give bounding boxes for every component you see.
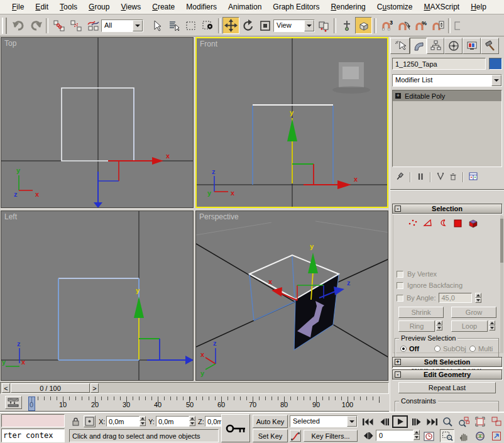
toolbar-grip[interactable] bbox=[2, 18, 7, 34]
by-angle-checkbox[interactable] bbox=[397, 295, 403, 302]
pan-view-button[interactable] bbox=[456, 429, 471, 442]
viewport-left-label[interactable]: Left bbox=[4, 212, 17, 221]
menu-file[interactable]: File bbox=[6, 1, 30, 13]
ring-spinner[interactable] bbox=[436, 320, 442, 331]
object-wireframe-left[interactable] bbox=[58, 278, 139, 360]
viewport-front-label[interactable]: Front bbox=[200, 40, 217, 48]
viewport-top-label[interactable]: Top bbox=[4, 39, 16, 48]
selection-rollout-header[interactable]: - Selection bbox=[392, 204, 502, 214]
spinner-up-icon[interactable] bbox=[140, 416, 146, 421]
zoom-button[interactable] bbox=[440, 415, 454, 428]
spinner-down-icon[interactable] bbox=[489, 325, 495, 331]
track-bar[interactable]: 0 10 20 30 40 50 60 70 80 90 100 bbox=[0, 395, 389, 412]
menu-modifiers[interactable]: Modifiers bbox=[180, 1, 222, 13]
radio-multi[interactable] bbox=[469, 346, 476, 352]
select-object-button[interactable] bbox=[148, 17, 165, 34]
set-keys-button[interactable] bbox=[221, 414, 250, 442]
tab-motion[interactable] bbox=[444, 38, 463, 54]
by-angle-spinner[interactable] bbox=[475, 293, 481, 303]
vertex-subobject-button[interactable] bbox=[407, 217, 419, 230]
set-key-button[interactable]: Set Key bbox=[253, 429, 288, 442]
previous-frame-button[interactable] bbox=[377, 415, 392, 428]
reference-coordinate-system-dropdown[interactable]: View bbox=[273, 19, 315, 32]
viewport-perspective-label[interactable]: Perspective bbox=[199, 212, 239, 221]
preview-subobj-option[interactable]: SubObj bbox=[434, 345, 466, 353]
track-bar-frame-handle[interactable] bbox=[28, 397, 35, 411]
spinner-down-icon[interactable] bbox=[189, 421, 195, 426]
loop-button[interactable]: Loop bbox=[451, 320, 488, 332]
key-filters-button[interactable]: Key Filters... bbox=[304, 430, 358, 442]
menu-edit[interactable]: Edit bbox=[30, 1, 54, 13]
auto-key-button[interactable]: Auto Key bbox=[253, 415, 288, 428]
spinner-up-icon[interactable] bbox=[489, 320, 495, 325]
unlink-selection-button[interactable] bbox=[67, 17, 84, 34]
window-crossing-toggle[interactable] bbox=[199, 17, 216, 34]
open-mini-curve-editor-button[interactable] bbox=[5, 396, 22, 409]
key-mode-toggle[interactable] bbox=[361, 430, 375, 442]
maxscript-mini-listener-pink[interactable] bbox=[1, 414, 65, 427]
key-filter-set-dropdown[interactable]: Selected bbox=[290, 415, 358, 427]
radio-off[interactable] bbox=[400, 346, 407, 352]
tab-display[interactable] bbox=[463, 38, 481, 54]
keyboard-shortcut-override-toggle[interactable] bbox=[355, 17, 372, 34]
viewport-left[interactable]: Left y z y bbox=[1, 211, 194, 381]
selection-lock-toggle[interactable] bbox=[70, 416, 81, 428]
bind-to-space-warp-button[interactable] bbox=[84, 17, 101, 34]
go-to-end-button[interactable] bbox=[425, 415, 439, 428]
preview-multi-option[interactable]: Multi bbox=[469, 345, 493, 353]
default-in-out-tangents-button[interactable] bbox=[290, 430, 301, 442]
track-bar-ruler[interactable]: 0 10 20 30 40 50 60 70 80 90 100 bbox=[25, 396, 385, 410]
border-subobject-button[interactable] bbox=[437, 217, 449, 230]
clipped-toolbar-button[interactable] bbox=[452, 17, 460, 34]
polygon-subobject-button[interactable] bbox=[452, 217, 464, 230]
go-to-start-button[interactable] bbox=[361, 415, 375, 428]
spinner-up-icon[interactable] bbox=[475, 293, 481, 298]
element-subobject-button[interactable] bbox=[467, 217, 479, 230]
menu-views[interactable]: Views bbox=[115, 1, 146, 13]
menu-help[interactable]: Help bbox=[465, 1, 492, 13]
spinner-down-icon[interactable] bbox=[436, 325, 442, 331]
dropdown-arrow-button[interactable] bbox=[347, 416, 357, 427]
object-color-swatch[interactable] bbox=[489, 58, 502, 70]
snaps-toggle-button[interactable]: 3 bbox=[378, 17, 395, 34]
redo-button[interactable] bbox=[27, 17, 44, 34]
dropdown-arrow-button[interactable] bbox=[304, 20, 314, 31]
ring-button[interactable]: Ring bbox=[398, 320, 435, 332]
make-unique-button[interactable] bbox=[436, 172, 446, 183]
viewport-perspective[interactable]: Perspective y bbox=[195, 211, 388, 381]
angle-snap-toggle[interactable] bbox=[395, 17, 412, 34]
collapse-icon[interactable]: - bbox=[395, 371, 401, 378]
select-and-manipulate-button[interactable] bbox=[338, 17, 355, 34]
x-coordinate-field[interactable]: 0,0m bbox=[106, 416, 140, 427]
spinner-snap-toggle[interactable] bbox=[429, 17, 446, 34]
pin-stack-button[interactable] bbox=[394, 172, 405, 183]
menu-animation[interactable]: Animation bbox=[222, 1, 267, 13]
spinner-up-icon[interactable] bbox=[414, 430, 420, 435]
shrink-button[interactable]: Shrink bbox=[398, 307, 444, 318]
object-wireframe-front[interactable] bbox=[253, 105, 333, 185]
configure-modifier-sets-button[interactable] bbox=[468, 172, 479, 183]
select-and-rotate-button[interactable] bbox=[239, 17, 256, 34]
tab-create[interactable] bbox=[390, 38, 410, 54]
viewport-front[interactable]: Front y x bbox=[195, 37, 388, 208]
edit-geometry-header[interactable]: - Edit Geometry bbox=[392, 369, 502, 380]
select-and-move-button[interactable] bbox=[222, 17, 239, 34]
preview-off-option[interactable]: Off bbox=[400, 345, 419, 353]
arc-rotate-button[interactable] bbox=[473, 429, 487, 442]
menu-maxscript[interactable]: MAXScript bbox=[419, 1, 466, 13]
ignore-backfacing-checkbox[interactable] bbox=[397, 282, 403, 289]
zoom-region-button[interactable] bbox=[440, 429, 454, 442]
spinner-down-icon[interactable] bbox=[414, 435, 420, 440]
menu-rendering[interactable]: Rendering bbox=[325, 1, 371, 13]
tab-utilities[interactable] bbox=[481, 38, 499, 54]
softsel-header[interactable]: + Soft Selection bbox=[392, 357, 502, 367]
time-slider-prev-button[interactable]: < bbox=[2, 383, 10, 393]
y-spinner[interactable] bbox=[189, 416, 195, 426]
by-vertex-checkbox[interactable] bbox=[397, 271, 403, 278]
grow-button[interactable]: Grow bbox=[451, 307, 496, 318]
tab-hierarchy[interactable] bbox=[427, 38, 444, 54]
spinner-down-icon[interactable] bbox=[140, 421, 146, 426]
loop-spinner[interactable] bbox=[489, 320, 495, 331]
rectangular-selection-region-button[interactable] bbox=[182, 17, 199, 34]
selection-filter-dropdown[interactable]: All bbox=[101, 19, 143, 32]
